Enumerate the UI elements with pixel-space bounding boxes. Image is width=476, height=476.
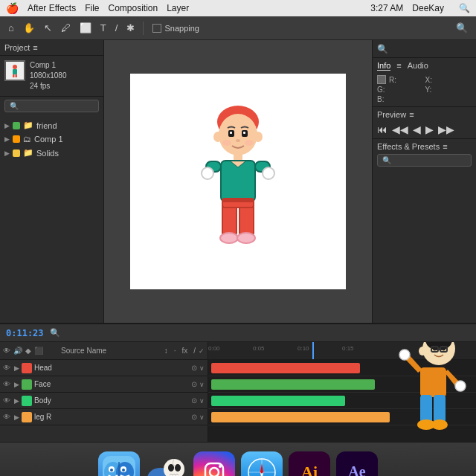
dock-icon-aftereffects[interactable]: Ae xyxy=(336,451,378,477)
tl-dropdown-head[interactable]: ∨ xyxy=(199,364,205,372)
tab-info[interactable]: Info xyxy=(377,61,390,71)
tl-expand-body[interactable]: ▶ xyxy=(14,397,19,405)
preview-menu-icon[interactable]: ≡ xyxy=(409,110,414,119)
list-item[interactable]: ▶ 📁 friend xyxy=(0,118,103,132)
preview-btn-first[interactable]: ⏮ xyxy=(377,123,387,135)
tl-timemark-5: 0:05 xyxy=(253,345,265,352)
tool-text[interactable]: T xyxy=(98,21,109,35)
project-header: Project ≡ xyxy=(0,40,103,56)
info-menu-icon[interactable]: ≡ xyxy=(396,61,401,71)
preview-btn-prev[interactable]: ◀ xyxy=(413,123,421,135)
table-row[interactable]: 👁 ▶ Face ⊙ ∨ xyxy=(0,376,208,393)
tl-visibility-head[interactable]: 👁 xyxy=(3,364,12,372)
comp-info: Comp 1 1080x1080 24 fps xyxy=(30,60,67,91)
preview-btn-next[interactable]: ▶▶ xyxy=(438,123,454,135)
project-search-input[interactable] xyxy=(4,100,99,112)
svg-rect-26 xyxy=(222,199,254,202)
tl-track-bar-face[interactable] xyxy=(211,379,375,390)
tl-playhead[interactable] xyxy=(312,342,314,359)
menu-composition[interactable]: Composition xyxy=(108,3,158,13)
dock-icon-finder[interactable] xyxy=(98,451,140,477)
tl-solo-body: ⊙ xyxy=(191,396,197,405)
menu-bar: 🍎 After Effects File Composition Layer 3… xyxy=(0,0,476,16)
tl-visibility-body[interactable]: 👁 xyxy=(3,396,12,405)
tool-rect[interactable]: ⬜ xyxy=(77,21,94,35)
toolbar-search-icon[interactable]: 🔍 xyxy=(454,21,470,35)
menu-file[interactable]: File xyxy=(85,3,99,13)
apple-menu[interactable]: 🍎 xyxy=(6,2,19,14)
project-item[interactable]: Comp 1 1080x1080 24 fps xyxy=(0,56,103,97)
right-search-icon[interactable]: 🔍 xyxy=(377,44,388,54)
tl-dropdown-face[interactable]: ∨ xyxy=(199,381,205,388)
tl-dropdown-body[interactable]: ∨ xyxy=(199,397,205,405)
col-icon-lock: ⬛ xyxy=(34,347,43,355)
tab-audio[interactable]: Audio xyxy=(408,61,428,71)
ai-label: Ai xyxy=(301,463,318,477)
info-row-x: X: xyxy=(425,75,472,84)
list-item[interactable]: ▶ 🗂 Comp 1 xyxy=(0,132,103,146)
dock-icon-safari[interactable] xyxy=(241,451,283,477)
effects-menu-icon[interactable]: ≡ xyxy=(443,142,447,151)
tl-expand-face[interactable]: ▶ xyxy=(14,381,19,388)
menu-search-icon[interactable]: 🔍 xyxy=(459,3,470,13)
table-row[interactable]: 👁 ▶ Head ⊙ ∨ xyxy=(0,360,208,376)
menu-layer[interactable]: Layer xyxy=(167,3,189,13)
svg-point-55 xyxy=(175,464,181,472)
tl-expand-head[interactable]: ▶ xyxy=(14,364,19,372)
svg-rect-12 xyxy=(243,132,245,134)
layer-expand-friend[interactable]: ▶ xyxy=(4,122,10,129)
menu-user: DeeKay xyxy=(412,3,444,13)
svg-marker-62 xyxy=(260,463,263,474)
left-panel: Project ≡ Comp 1 1080x1080 24 fps xyxy=(0,40,104,323)
label-b: B: xyxy=(377,95,384,103)
dock-icon-illustrator[interactable]: Ai xyxy=(289,451,330,477)
table-row[interactable]: 👁 ▶ leg R ⊙ ∨ xyxy=(0,409,208,425)
svg-point-49 xyxy=(110,469,113,472)
dock-icon-instagram[interactable] xyxy=(193,451,235,477)
toolbar-separator xyxy=(143,22,144,35)
timeline-search-icon[interactable]: 🔍 xyxy=(50,328,60,338)
table-row[interactable]: 👁 ▶ Body ⊙ ∨ xyxy=(0,393,208,409)
preview-btn-play[interactable]: ▶ xyxy=(425,123,434,135)
dock-icon-ghost[interactable] xyxy=(146,451,187,477)
tl-timemark-10: 0:10 xyxy=(298,345,309,352)
tool-home[interactable]: ⌂ xyxy=(6,21,16,35)
tl-track-body xyxy=(208,393,476,409)
tl-layer-color-face xyxy=(22,379,32,390)
menu-after-effects[interactable]: After Effects xyxy=(28,3,76,13)
info-row-g: G: xyxy=(377,86,424,94)
tool-star[interactable]: ✱ xyxy=(124,21,137,35)
effects-search-input[interactable] xyxy=(377,154,472,167)
project-menu-icon[interactable]: ≡ xyxy=(33,43,37,52)
preview-btn-prev-frame[interactable]: ◀◀ xyxy=(392,123,408,135)
tl-col-dot: · xyxy=(174,347,176,355)
tl-dropdown-legr[interactable]: ∨ xyxy=(199,414,205,421)
preview-section: Preview ≡ ⏮ ◀◀ ◀ ▶ ▶▶ xyxy=(373,107,476,139)
list-item[interactable]: ▶ 📁 Solids xyxy=(0,146,103,160)
comp-res: 1080x1080 xyxy=(30,71,67,81)
layer-expand-solids[interactable]: ▶ xyxy=(4,149,10,157)
tool-line[interactable]: / xyxy=(113,21,120,35)
tl-track-bar-legr[interactable] xyxy=(211,412,390,422)
effects-section: Effects & Presets ≡ xyxy=(373,139,476,170)
tl-visibility-legr[interactable]: 👁 xyxy=(3,413,12,421)
tool-pen[interactable]: 🖊 xyxy=(59,21,73,35)
tool-select[interactable]: ↖ xyxy=(42,21,54,35)
svg-point-13 xyxy=(236,139,240,142)
tl-visibility-face[interactable]: 👁 xyxy=(3,380,12,388)
layer-expand-comp1[interactable]: ▶ xyxy=(4,135,10,143)
tl-left: 👁 🔊 ◆ ⬛ Source Name ↕ · fx / ✓ 👁 ▶ Head … xyxy=(0,342,208,442)
tl-track-bar-head[interactable] xyxy=(211,363,360,373)
svg-point-20 xyxy=(202,167,213,179)
timecode: 0:11:23 xyxy=(6,328,44,338)
tool-hand[interactable]: ✋ xyxy=(21,21,37,35)
tl-solo-head: ⊙ xyxy=(191,364,197,372)
svg-point-58 xyxy=(219,465,222,468)
project-title: Project xyxy=(4,43,30,52)
info-section: Info ≡ Audio R: X: G: Y: B: xyxy=(373,58,476,107)
snapping-checkbox[interactable] xyxy=(152,24,161,33)
preview-title: Preview xyxy=(377,110,406,119)
tl-expand-legr[interactable]: ▶ xyxy=(14,414,19,421)
tl-track-bar-body[interactable] xyxy=(211,396,345,406)
label-r: R: xyxy=(389,76,396,84)
